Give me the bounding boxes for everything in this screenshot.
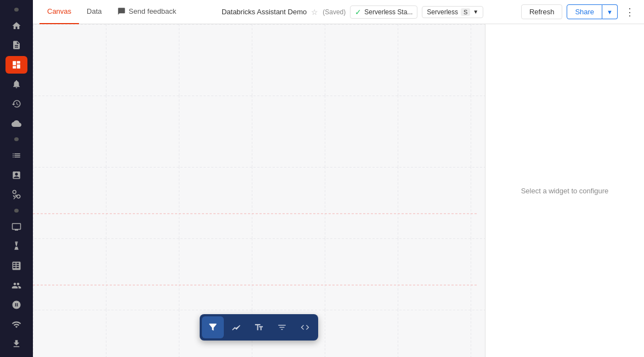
sidebar-item-monitor[interactable] xyxy=(5,316,27,333)
topbar: Canvas Data Send feedback Databricks Ass… xyxy=(33,0,644,24)
cluster-pill[interactable]: Serverless S ▼ xyxy=(422,6,483,18)
sidebar-item-alert[interactable] xyxy=(5,76,27,93)
sidebar-item-ai[interactable] xyxy=(5,296,27,314)
sidebar-item-export[interactable] xyxy=(5,335,27,353)
share-chevron-button[interactable]: ▼ xyxy=(602,4,618,19)
sidebar-item-dashboard[interactable] xyxy=(5,56,27,74)
sidebar-item-tv[interactable] xyxy=(5,218,27,236)
sidebar-item-home[interactable] xyxy=(5,17,27,35)
topbar-actions: Refresh Share ▼ ⋮ xyxy=(521,4,637,20)
tab-canvas[interactable]: Canvas xyxy=(39,0,79,24)
tool-filter[interactable] xyxy=(202,316,224,338)
share-button-group: Share ▼ xyxy=(567,4,618,19)
status-pill[interactable]: ✓ Serverless Sta... xyxy=(350,5,417,19)
content-area: Select a widget to configure xyxy=(33,24,644,357)
star-icon[interactable]: ☆ xyxy=(311,8,318,16)
svg-rect-0 xyxy=(33,24,485,357)
sidebar-item-nodes[interactable] xyxy=(5,186,27,204)
right-panel: Select a widget to configure xyxy=(485,24,644,357)
cluster-text: Serverless xyxy=(427,8,458,16)
sidebar-item-notebook[interactable] xyxy=(5,37,27,54)
sidebar-item-list[interactable] xyxy=(5,147,27,164)
sidebar-dot-mid2 xyxy=(14,209,19,213)
right-panel-empty-message: Select a widget to configure xyxy=(521,187,609,195)
tab-send-feedback[interactable]: Send feedback xyxy=(110,0,184,24)
sidebar-item-chart[interactable] xyxy=(5,166,27,184)
saved-badge: (Saved) xyxy=(323,8,346,16)
canvas-area[interactable] xyxy=(33,24,485,357)
grid-svg xyxy=(33,24,485,357)
sidebar-item-history[interactable] xyxy=(5,95,27,113)
cluster-key: S xyxy=(461,8,470,16)
sidebar-item-flask[interactable] xyxy=(5,238,27,255)
feedback-icon xyxy=(117,7,126,15)
more-options-button[interactable]: ⋮ xyxy=(622,4,637,20)
refresh-button[interactable]: Refresh xyxy=(521,4,563,19)
tool-text-box[interactable] xyxy=(248,316,270,338)
tool-widget-filter[interactable] xyxy=(271,316,293,338)
status-text: Serverless Sta... xyxy=(364,8,413,16)
sidebar-dot-top xyxy=(14,8,19,12)
topbar-center: Databricks Assistant Demo ☆ (Saved) ✓ Se… xyxy=(184,5,521,19)
cluster-chevron-icon: ▼ xyxy=(473,9,478,15)
sidebar-item-cloud[interactable] xyxy=(5,115,27,132)
tool-code[interactable] xyxy=(294,316,316,338)
tab-data[interactable]: Data xyxy=(79,0,109,24)
sidebar-dot-mid xyxy=(14,137,19,141)
notebook-title: Databricks Assistant Demo xyxy=(222,8,307,16)
widget-toolbar xyxy=(200,314,318,341)
tool-line-chart[interactable] xyxy=(225,316,247,338)
sidebar-item-partner[interactable] xyxy=(5,277,27,294)
sidebar xyxy=(0,0,33,357)
sidebar-item-table[interactable] xyxy=(5,257,27,275)
share-button[interactable]: Share xyxy=(567,4,602,19)
main-area: Canvas Data Send feedback Databricks Ass… xyxy=(33,0,644,357)
grid-container xyxy=(33,24,485,357)
status-indicator: ✓ xyxy=(355,8,361,16)
